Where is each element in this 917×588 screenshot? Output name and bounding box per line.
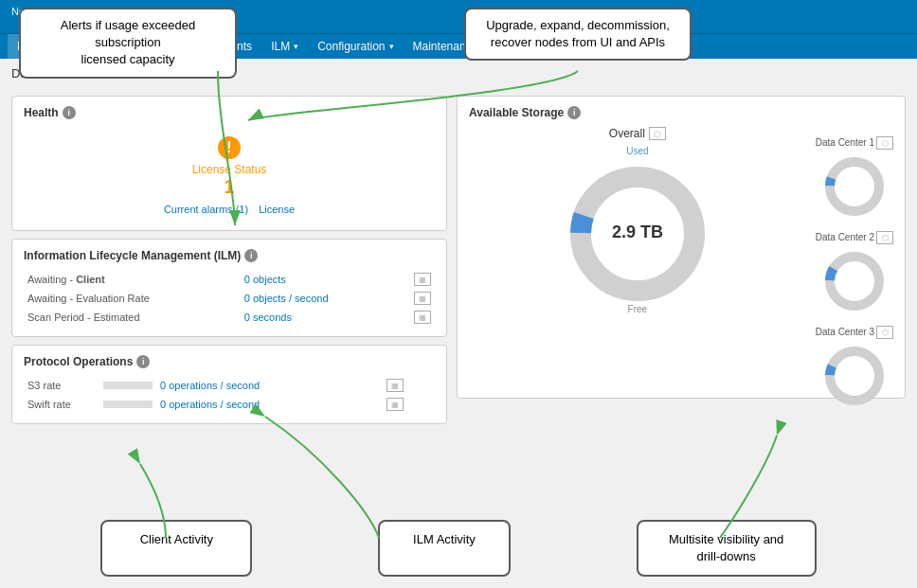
current-alarms-link[interactable]: Current alarms (1) bbox=[164, 204, 248, 215]
storage-info-icon[interactable]: i bbox=[567, 106, 581, 119]
dc1-label-text: Data Center 1 bbox=[816, 137, 874, 148]
ilm-row3-icon: ▦ bbox=[394, 308, 436, 327]
table-row: Awaiting - Evaluation Rate 0 objects / s… bbox=[24, 289, 435, 308]
ilm-info-icon[interactable]: i bbox=[244, 249, 258, 262]
swift-label: Swift rate bbox=[24, 395, 99, 414]
storage-content: Overall ⬡ Used 2.9 TB Free bbox=[469, 127, 893, 409]
protocol-card-title: Protocol Operations i bbox=[24, 355, 435, 368]
table-row: S3 rate 0 operations / second ▦ bbox=[24, 376, 435, 395]
health-card-title: Health i bbox=[24, 106, 435, 119]
warning-icon: ! bbox=[218, 136, 241, 159]
table-row: Scan Period - Estimated 0 seconds ▦ bbox=[24, 308, 435, 327]
dc1-donut-chart bbox=[821, 153, 888, 220]
chart-icon[interactable]: ▦ bbox=[387, 398, 404, 411]
callout-multisite-text: Multisite visibility and drill-downs bbox=[669, 532, 783, 563]
caret-icon: ▾ bbox=[389, 42, 394, 51]
dc1-donut-item: Data Center 1 ⬡ bbox=[816, 136, 893, 220]
datacenter-donuts: Data Center 1 ⬡ Data Center 2 ⬡ bbox=[816, 127, 893, 409]
right-panel: Available Storage i Overall ⬡ Used bbox=[457, 96, 906, 424]
nav-configuration-label: Configuration bbox=[317, 40, 385, 53]
license-count: 1 bbox=[24, 176, 435, 198]
dc3-label-text: Data Center 3 bbox=[816, 327, 874, 337]
nav-configuration[interactable]: Configuration ▾ bbox=[308, 34, 403, 59]
ilm-row1-value: 0 objects bbox=[241, 270, 394, 289]
export-icon[interactable]: ⬡ bbox=[876, 136, 893, 150]
protocol-title-text: Protocol Operations bbox=[24, 355, 133, 368]
svg-point-4 bbox=[830, 162, 879, 211]
swift-bar bbox=[99, 395, 156, 414]
dc1-label: Data Center 1 ⬡ bbox=[816, 136, 893, 150]
s3-bar bbox=[99, 376, 156, 395]
ilm-row2-icon: ▦ bbox=[394, 289, 436, 308]
table-row: Awaiting - Client 0 objects ▦ bbox=[24, 270, 435, 289]
dc2-label-text: Data Center 2 bbox=[816, 232, 874, 242]
used-label: Used bbox=[626, 146, 648, 156]
health-card: Health i ! License Status 1 Current alar… bbox=[11, 96, 447, 231]
export-icon[interactable]: ⬡ bbox=[876, 231, 893, 244]
health-content: ! License Status 1 Current alarms (1) Li… bbox=[24, 127, 435, 221]
callout-top-right-text: Upgrade, expand, decommission, recover n… bbox=[486, 18, 670, 49]
free-label: Free bbox=[628, 304, 648, 314]
storage-card-title: Available Storage i bbox=[469, 106, 893, 119]
ilm-row2-label: Awaiting - Evaluation Rate bbox=[24, 289, 241, 308]
callout-top-left: Alerts if usage exceeded subscription li… bbox=[19, 8, 237, 79]
ilm-table: Awaiting - Client 0 objects ▦ Awaiting -… bbox=[24, 270, 435, 327]
dc2-label: Data Center 2 ⬡ bbox=[816, 231, 893, 244]
s3-icon: ▦ bbox=[383, 376, 435, 395]
protocol-table: S3 rate 0 operations / second ▦ Swift ra… bbox=[24, 376, 435, 414]
callout-multisite: Multisite visibility and drill-downs bbox=[637, 520, 817, 577]
protocol-card: Protocol Operations i S3 rate 0 operatio… bbox=[11, 345, 447, 424]
callout-top-right: Upgrade, expand, decommission, recover n… bbox=[464, 8, 692, 61]
protocol-info-icon[interactable]: i bbox=[136, 355, 150, 368]
ilm-row1-label: Awaiting - Client bbox=[24, 270, 241, 289]
callout-client-activity: Client Activity bbox=[100, 520, 252, 577]
left-panel: Health i ! License Status 1 Current alar… bbox=[11, 96, 447, 424]
table-row: Swift rate 0 operations / second ▦ bbox=[24, 395, 435, 414]
dc2-donut-item: Data Center 2 ⬡ bbox=[816, 231, 893, 314]
ilm-card: Information Lifecycle Management (ILM) i… bbox=[11, 239, 447, 337]
s3-value: 0 operations / second bbox=[156, 376, 383, 395]
nav-ilm-label: ILM bbox=[271, 40, 290, 53]
export-icon[interactable]: ⬡ bbox=[876, 326, 893, 339]
chart-icon[interactable]: ▦ bbox=[387, 379, 404, 392]
overall-donut-section: Overall ⬡ Used 2.9 TB Free bbox=[469, 127, 806, 409]
svg-text:2.9 TB: 2.9 TB bbox=[612, 223, 663, 241]
s3-label: S3 rate bbox=[24, 376, 99, 395]
health-info-icon[interactable]: i bbox=[63, 106, 76, 119]
chart-icon[interactable]: ▦ bbox=[414, 311, 431, 324]
ilm-card-title: Information Lifecycle Management (ILM) i bbox=[24, 249, 435, 262]
dc3-label: Data Center 3 ⬡ bbox=[816, 326, 893, 339]
dc3-donut-chart bbox=[821, 343, 888, 409]
nav-ilm[interactable]: ILM ▾ bbox=[261, 34, 308, 59]
svg-point-6 bbox=[830, 257, 879, 306]
ilm-row3-value: 0 seconds bbox=[241, 308, 394, 327]
health-title-text: Health bbox=[24, 106, 59, 119]
caret-icon: ▾ bbox=[294, 42, 298, 51]
ilm-row3-label: Scan Period - Estimated bbox=[24, 308, 241, 327]
ilm-row2-value: 0 objects / second bbox=[241, 289, 394, 308]
dc2-donut-chart bbox=[821, 248, 888, 314]
ilm-row1-icon: ▦ bbox=[394, 270, 436, 289]
main-donut-chart: 2.9 TB bbox=[562, 158, 713, 310]
license-link[interactable]: License bbox=[259, 204, 295, 215]
swift-icon: ▦ bbox=[383, 395, 435, 414]
chart-icon[interactable]: ▦ bbox=[414, 292, 431, 305]
overall-label-text: Overall bbox=[609, 127, 645, 140]
license-status-label: License Status bbox=[24, 163, 435, 176]
callout-ilm-activity-text: ILM Activity bbox=[413, 532, 476, 546]
storage-card: Available Storage i Overall ⬡ Used bbox=[457, 96, 906, 399]
swift-value: 0 operations / second bbox=[156, 395, 383, 414]
health-links: Current alarms (1) License bbox=[24, 204, 435, 215]
overall-label: Overall ⬡ bbox=[609, 127, 666, 140]
callout-ilm-activity: ILM Activity bbox=[378, 520, 511, 577]
export-icon[interactable]: ⬡ bbox=[649, 127, 666, 140]
svg-point-8 bbox=[830, 351, 879, 401]
main-grid: Health i ! License Status 1 Current alar… bbox=[0, 96, 917, 424]
callout-top-left-text: Alerts if usage exceeded subscription li… bbox=[61, 18, 195, 66]
chart-icon[interactable]: ▦ bbox=[414, 273, 431, 286]
ilm-title-text: Information Lifecycle Management (ILM) bbox=[24, 249, 241, 262]
dc3-donut-item: Data Center 3 ⬡ bbox=[816, 326, 893, 409]
callout-client-activity-text: Client Activity bbox=[140, 532, 213, 546]
storage-title-text: Available Storage bbox=[469, 106, 564, 119]
